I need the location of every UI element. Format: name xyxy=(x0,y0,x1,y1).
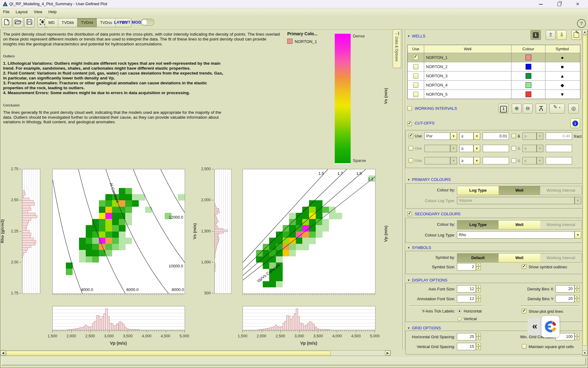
cutoff-use-checkbox[interactable] xyxy=(409,146,413,151)
well-colour-cell[interactable] xyxy=(511,81,545,90)
h-grid-spacing-input[interactable]: 25 xyxy=(457,333,476,340)
cutoff-op2-combo-dropdown[interactable]: ▼ xyxy=(537,132,543,140)
save-button[interactable] xyxy=(24,17,35,28)
depth-tab-tvdml[interactable]: TVDml xyxy=(77,18,97,27)
spin-up-icon[interactable]: ▲ xyxy=(476,343,481,346)
crossplot-vs-vp[interactable]: 1.51.71.92.1Vp/Vs Constant xyxy=(243,169,375,294)
primary-colour-by-option-well[interactable]: Well xyxy=(499,186,540,195)
spin-down-icon[interactable]: ▼ xyxy=(476,347,481,350)
cutoffs-info-button[interactable]: i xyxy=(570,118,580,128)
working-intervals-header[interactable]: WORKING INTERVALS xyxy=(415,106,457,111)
annotation-font-input[interactable]: 12 xyxy=(457,295,476,302)
wells-edit-button[interactable]: ✎ xyxy=(571,30,581,40)
depth-tab-md[interactable]: MD xyxy=(45,18,58,27)
horizontal-scrollbar[interactable]: ◀ ▶ xyxy=(0,350,391,356)
cutoff-op1-combo-dropdown[interactable]: ▼ xyxy=(473,157,480,164)
well-use-checkbox[interactable] xyxy=(413,82,418,88)
secondary-colours-header[interactable]: SECONDARY COLOURS xyxy=(415,212,461,216)
spin-up-icon[interactable]: ▲ xyxy=(476,263,481,266)
spin-up-icon[interactable]: ▲ xyxy=(476,295,481,298)
bins-y-input[interactable]: 20 xyxy=(556,295,575,302)
bins-y-spinner[interactable]: ▲▼ xyxy=(575,295,579,302)
spin-down-icon[interactable]: ▼ xyxy=(476,289,481,292)
symbol-by-option-default[interactable]: Default xyxy=(457,254,499,262)
symbol-by-option-well[interactable]: Well xyxy=(499,254,540,262)
axis-font-input[interactable]: 12 xyxy=(457,285,476,293)
wells-single-well-button[interactable]: 1 xyxy=(530,30,541,40)
scroll-down-button[interactable]: ▼ xyxy=(582,351,587,355)
spin-down-icon[interactable]: ▼ xyxy=(575,337,579,340)
secondary-log-type-dropdown[interactable]: ▼ xyxy=(575,231,581,239)
plot-grid-checkbox[interactable] xyxy=(522,309,526,313)
well-symbol-cell[interactable]: ▼ xyxy=(545,90,579,99)
open-file-button[interactable] xyxy=(13,17,23,28)
cutoff-and-checkbox[interactable] xyxy=(511,134,516,138)
new-file-button[interactable] xyxy=(2,17,12,28)
wells-section-header[interactable]: ▼WELLS xyxy=(407,34,425,38)
grid-options-header[interactable]: ▼GRID OPTIONS xyxy=(407,326,441,330)
spin-up-icon[interactable]: ▲ xyxy=(575,333,579,336)
vertical-scrollbar[interactable]: ▲ ▼ xyxy=(582,29,587,356)
cutoffs-header[interactable]: CUT-OFFS xyxy=(415,121,435,125)
help-button[interactable]: ? xyxy=(577,19,586,28)
symbol-size-input[interactable]: 2 xyxy=(457,263,476,270)
wi-add-button[interactable]: ⊕ xyxy=(512,104,522,113)
cutoff-and-checkbox[interactable] xyxy=(511,146,516,151)
cutoff-op1-combo-dropdown[interactable]: ▼ xyxy=(473,132,480,140)
well-colour-cell[interactable] xyxy=(511,71,545,80)
v-grid-spacing-spinner[interactable]: ▲▼ xyxy=(476,343,481,350)
h-grid-spacing-spinner[interactable]: ▲▼ xyxy=(476,333,481,340)
cutoff-op1-combo-dropdown[interactable]: ▼ xyxy=(473,145,480,152)
scroll-up-button[interactable]: ▲ xyxy=(582,29,587,34)
min-cell-spinner[interactable]: ▲▼ xyxy=(575,333,579,340)
cutoff-op2-combo-field[interactable]: ≤ xyxy=(522,157,537,164)
bins-x-spinner[interactable]: ▲▼ xyxy=(575,285,579,293)
layout-mode-toggle[interactable] xyxy=(141,19,154,26)
cutoff-log-combo-dropdown[interactable]: ▼ xyxy=(450,145,457,152)
primary-colours-header[interactable]: ▼PRIMARY COLOURS xyxy=(407,177,451,182)
vertical-scroll-thumb[interactable] xyxy=(583,35,587,346)
cutoff-min-input[interactable] xyxy=(483,157,509,164)
v-grid-spacing-input[interactable]: 15 xyxy=(457,343,476,350)
wells-move-up-button[interactable]: ⇧ xyxy=(546,30,556,40)
cutoff-log-combo-field[interactable] xyxy=(424,145,450,152)
well-colour-swatch[interactable] xyxy=(526,91,531,97)
cutoff-log-combo-dropdown[interactable]: ▼ xyxy=(450,157,457,164)
menu-help[interactable]: Help xyxy=(45,8,60,15)
annotation-font-spinner[interactable]: ▲▼ xyxy=(476,295,481,302)
spin-down-icon[interactable]: ▼ xyxy=(575,299,579,302)
menu-view[interactable]: View xyxy=(31,8,45,15)
cutoff-op2-combo-field[interactable]: ≤ xyxy=(522,145,537,152)
secondary-colour-by-option-log-type[interactable]: Log Type xyxy=(457,220,499,229)
spin-down-icon[interactable]: ▼ xyxy=(575,289,579,292)
cutoff-op2-combo-field[interactable]: ≤ xyxy=(522,132,537,140)
well-use-checkbox[interactable] xyxy=(413,73,418,79)
well-colour-swatch[interactable] xyxy=(526,82,531,88)
yaxis-radio-horizontal[interactable] xyxy=(458,309,462,313)
well-symbol-cell[interactable]: ▲ xyxy=(545,71,579,80)
primary-colour-by-option-log-type[interactable]: Log Type xyxy=(457,186,499,195)
spin-up-icon[interactable]: ▲ xyxy=(476,333,481,336)
cutoff-op1-combo-field[interactable]: ≥ xyxy=(459,132,473,140)
scroll-right-button[interactable]: ▶ xyxy=(385,351,390,355)
well-colour-swatch[interactable] xyxy=(526,55,531,60)
menu-layout[interactable]: Layout xyxy=(13,8,31,15)
cutoff-use-checkbox[interactable] xyxy=(409,134,413,138)
crossplot-rho-vp[interactable]: 4000.06000.08000.010000.012000.0AI Const… xyxy=(52,169,185,294)
scroll-left-button[interactable]: ◀ xyxy=(0,351,6,355)
cutoff-log-combo-field[interactable]: Por xyxy=(424,132,450,140)
cutoff-min-input[interactable]: 0.01 xyxy=(483,132,509,140)
bins-x-input[interactable]: 20 xyxy=(556,285,575,293)
well-use-checkbox[interactable] xyxy=(413,64,418,69)
menu-file[interactable]: File xyxy=(0,8,13,15)
working-intervals-checkbox[interactable] xyxy=(407,106,412,111)
primary-log-type-field[interactable]: Volume xyxy=(457,197,575,204)
well-colour-cell[interactable] xyxy=(511,53,545,62)
spin-up-icon[interactable]: ▲ xyxy=(575,285,579,289)
wi-apply-button[interactable]: ◎ xyxy=(568,104,579,113)
restore-button[interactable] xyxy=(553,0,565,8)
yaxis-radio-vertical[interactable] xyxy=(458,317,462,321)
overlay-collapse-button[interactable]: « xyxy=(528,318,542,335)
wi-single-button[interactable]: 1 xyxy=(499,104,508,113)
well-colour-cell[interactable] xyxy=(511,62,545,71)
